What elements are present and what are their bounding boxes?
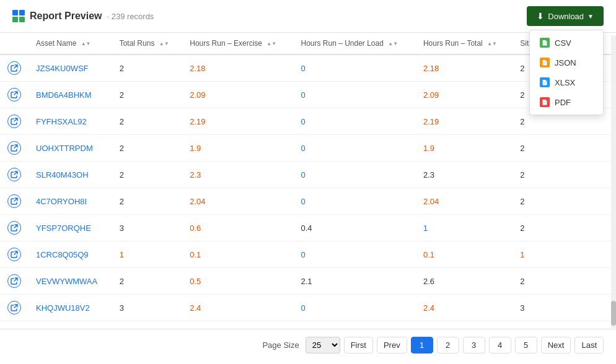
grid-icon (12, 10, 25, 22)
first-page-button[interactable]: First (344, 337, 373, 353)
hours-exercise-cell: 0.6 (182, 215, 293, 241)
table-row: UOHXTTRPDM21.901.92 (0, 135, 616, 162)
asset-link-icon[interactable] (7, 274, 21, 288)
json-icon: 📄 (540, 58, 550, 67)
download-wrapper: ⬇ Download ▼ 📄 CSV 📄 JSON 📄 XLSX (527, 6, 604, 26)
xlsx-label: XLSX (555, 78, 575, 87)
table-row: 1CRC8Q05Q910.100.11 (0, 241, 616, 268)
page-3-button[interactable]: 3 (463, 337, 485, 353)
sites-cell: 2 (513, 268, 563, 295)
asset-link-icon[interactable] (7, 88, 21, 102)
download-csv[interactable]: 📄 CSV (530, 33, 603, 53)
page-size-select[interactable]: 25 50 100 (306, 337, 340, 353)
asset-link-icon[interactable] (7, 248, 21, 261)
hours-under-load-cell: 2.1 (293, 268, 415, 295)
total-runs-cell: 3 (112, 295, 183, 321)
table-row: 4C7ORYOH8I22.0402.042 (0, 188, 616, 215)
asset-name-link[interactable]: KHQJWU18V2 (36, 303, 90, 313)
sort-icon: ▲▼ (266, 41, 276, 46)
hours-under-load-cell: 0 (293, 54, 415, 82)
scrollbar-thumb[interactable] (611, 301, 616, 326)
download-json[interactable]: 📄 JSON (530, 53, 603, 72)
download-xlsx[interactable]: 📄 XLSX (530, 72, 603, 92)
hours-total-cell: 2.6 (416, 268, 513, 295)
asset-link-icon[interactable] (7, 115, 21, 128)
notes-cell (563, 215, 616, 241)
sort-icon: ▲▼ (81, 41, 91, 46)
json-label: JSON (555, 58, 576, 67)
total-runs-cell: 2 (112, 162, 183, 188)
last-page-button[interactable]: Last (574, 337, 604, 353)
total-runs-cell: 3 (112, 215, 183, 241)
header-left: Report Preview · 239 records (12, 10, 154, 22)
asset-link-icon[interactable] (7, 168, 21, 181)
hours-total-cell: 2.4 (416, 295, 513, 321)
header: Report Preview · 239 records ⬇ Download … (0, 0, 616, 33)
total-runs-cell: 2 (112, 135, 183, 162)
table-row: FYFHSXAL9222.1902.192 (0, 108, 616, 135)
asset-name-link[interactable]: VEVWYWMWAA (36, 277, 97, 286)
total-runs-cell: 2 (112, 188, 183, 215)
asset-name-link[interactable]: 4C7ORYOH8I (36, 197, 87, 206)
hours-total-cell: 2.18 (416, 54, 513, 82)
page-5-button[interactable]: 5 (515, 337, 537, 353)
total-runs-cell: 2 (112, 108, 183, 135)
sort-icon: ▲▼ (388, 41, 398, 46)
asset-name-link[interactable]: 1CRC8Q05Q9 (36, 250, 89, 259)
asset-link-icon[interactable] (7, 141, 21, 155)
download-dropdown: 📄 CSV 📄 JSON 📄 XLSX 📄 PDF (529, 30, 604, 115)
sites-cell: 3 (513, 295, 563, 321)
notes-cell (563, 241, 616, 268)
prev-page-button[interactable]: Prev (377, 337, 407, 353)
asset-name-link[interactable]: JZS4KU0WSF (36, 64, 89, 73)
download-button[interactable]: ⬇ Download ▼ (527, 6, 604, 26)
next-page-button[interactable]: Next (541, 337, 571, 353)
sites-cell: 2 (513, 188, 563, 215)
hours-under-load-cell: 0 (293, 188, 415, 215)
asset-name-link[interactable]: BMD6A4BHKM (36, 90, 92, 100)
notes-cell (563, 268, 616, 295)
hours-exercise-cell: 2.4 (182, 295, 293, 321)
col-asset-name-label[interactable]: Asset Name ▲▼ (29, 33, 112, 54)
table-row: BMD6A4BHKM22.0902.092 (0, 82, 616, 108)
main-content: Asset Name ▲▼ Total Runs ▲▼ Hours Run – … (0, 33, 616, 361)
hours-exercise-cell: 2.19 (182, 108, 293, 135)
hours-exercise-cell: 1.9 (182, 135, 293, 162)
xlsx-icon: 📄 (540, 77, 550, 87)
table-row: YFSP7ORQHE30.60.412 (0, 215, 616, 241)
col-hours-exercise[interactable]: Hours Run – Exercise ▲▼ (182, 33, 293, 54)
notes-cell (563, 162, 616, 188)
download-pdf[interactable]: 📄 PDF (530, 92, 603, 112)
hours-exercise-cell: 2.04 (182, 188, 293, 215)
hours-exercise-cell: 2.3 (182, 162, 293, 188)
sort-icon: ▲▼ (487, 41, 497, 46)
asset-link-icon[interactable] (7, 194, 21, 208)
table-container[interactable]: Asset Name ▲▼ Total Runs ▲▼ Hours Run – … (0, 33, 616, 329)
asset-name-link[interactable]: FYFHSXAL92 (36, 117, 87, 126)
pdf-icon: 📄 (540, 97, 550, 107)
asset-name-link[interactable]: SLR40M43OH (36, 170, 89, 180)
download-label: Download (548, 12, 584, 21)
page-4-button[interactable]: 4 (489, 337, 511, 353)
col-total-runs[interactable]: Total Runs ▲▼ (112, 33, 183, 54)
download-icon: ⬇ (537, 11, 544, 21)
pdf-label: PDF (555, 98, 571, 107)
col-hours-total[interactable]: Hours Run – Total ▲▼ (416, 33, 513, 54)
col-asset-name (0, 33, 29, 54)
asset-name-link[interactable]: UOHXTTRPDM (36, 144, 93, 153)
asset-name-link[interactable]: YFSP7ORQHE (36, 223, 91, 233)
asset-link-icon[interactable] (7, 61, 21, 75)
col-hours-under-load[interactable]: Hours Run – Under Load ▲▼ (293, 33, 415, 54)
asset-link-icon[interactable] (7, 301, 21, 314)
table-row: KHQJWU18V232.402.43 (0, 295, 616, 321)
report-table: Asset Name ▲▼ Total Runs ▲▼ Hours Run – … (0, 33, 616, 321)
total-runs-cell: 2 (112, 268, 183, 295)
page-1-button[interactable]: 1 (411, 337, 433, 353)
total-runs-cell: 2 (112, 54, 183, 82)
table-row: SLR40M43OH22.302.32 (0, 162, 616, 188)
hours-under-load-cell: 0 (293, 241, 415, 268)
table-row: JZS4KU0WSF22.1802.182 (0, 54, 616, 82)
page-2-button[interactable]: 2 (437, 337, 459, 353)
asset-link-icon[interactable] (7, 221, 21, 235)
hours-total-cell: 2.04 (416, 188, 513, 215)
